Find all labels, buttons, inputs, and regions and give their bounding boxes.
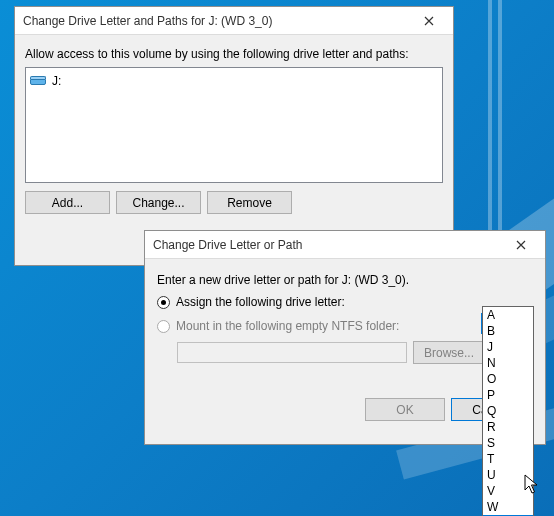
add-button[interactable]: Add... [25, 191, 110, 214]
drive-icon [30, 76, 46, 87]
change-paths-dialog: Change Drive Letter and Paths for J: (WD… [14, 6, 454, 266]
ok-button[interactable]: OK [365, 398, 445, 421]
radio-assign-label: Assign the following drive letter: [176, 295, 345, 309]
remove-button[interactable]: Remove [207, 191, 292, 214]
dropdown-option[interactable]: Q [483, 403, 533, 419]
radio-mount-row[interactable]: Mount in the following empty NTFS folder… [157, 317, 533, 335]
drive-item-label: J: [52, 74, 61, 88]
dropdown-option[interactable]: S [483, 435, 533, 451]
radio-assign-row[interactable]: Assign the following drive letter: [157, 293, 533, 311]
radio-assign[interactable] [157, 296, 170, 309]
dropdown-option[interactable]: T [483, 451, 533, 467]
close-button[interactable] [409, 9, 449, 33]
dropdown-option[interactable]: N [483, 355, 533, 371]
paths-listbox[interactable]: J: [25, 67, 443, 183]
dialog-title: Change Drive Letter and Paths for J: (WD… [23, 14, 272, 28]
titlebar[interactable]: Change Drive Letter or Path [145, 231, 545, 259]
dropdown-option[interactable]: P [483, 387, 533, 403]
dropdown-option[interactable]: O [483, 371, 533, 387]
dialog-title: Change Drive Letter or Path [153, 238, 302, 252]
dropdown-option[interactable]: J [483, 339, 533, 355]
instruction-text: Allow access to this volume by using the… [25, 47, 443, 61]
instruction-text: Enter a new drive letter or path for J: … [157, 273, 533, 287]
list-item[interactable]: J: [30, 72, 438, 90]
titlebar[interactable]: Change Drive Letter and Paths for J: (WD… [15, 7, 453, 35]
radio-mount-label: Mount in the following empty NTFS folder… [176, 319, 399, 333]
radio-mount[interactable] [157, 320, 170, 333]
dropdown-option[interactable]: U [483, 467, 533, 483]
dropdown-option[interactable]: W [483, 499, 533, 515]
dropdown-option[interactable]: B [483, 323, 533, 339]
dropdown-option[interactable]: A [483, 307, 533, 323]
close-button[interactable] [501, 233, 541, 257]
change-button[interactable]: Change... [116, 191, 201, 214]
dropdown-option[interactable]: V [483, 483, 533, 499]
dropdown-option[interactable]: R [483, 419, 533, 435]
drive-letter-dropdown[interactable]: ABJNOPQRSTUVWXYZ [482, 306, 534, 516]
mount-path-field [177, 342, 407, 363]
browse-button: Browse... [413, 341, 485, 364]
